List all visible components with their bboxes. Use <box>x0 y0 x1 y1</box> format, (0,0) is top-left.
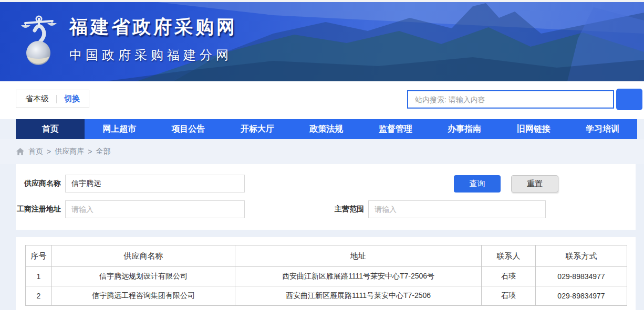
cell-address: 西安曲江新区雁展路1111号莱安中心T7-2506号 <box>235 267 482 286</box>
region-label: 省本级 <box>25 94 49 104</box>
cell-contact-phone: 029-89834977 <box>536 267 627 286</box>
cell-supplier-name[interactable]: 信宇腾远工程咨询集团有限公司 <box>52 286 235 306</box>
supplier-name-input[interactable] <box>65 175 245 193</box>
cell-index: 1 <box>26 267 52 286</box>
scales-globe-icon <box>19 12 59 66</box>
cell-index: 2 <box>26 286 52 306</box>
table-row: 2 信宇腾远工程咨询集团有限公司 西安曲江新区雁展路1111号莱安中心T7-25… <box>26 286 627 306</box>
nav-item-project-notices[interactable]: 项目公告 <box>154 119 223 139</box>
site-search-button[interactable] <box>616 89 642 110</box>
site-title: 福建省政府采购网 <box>69 15 237 39</box>
site-header: 福建省政府采购网 中国政府采购福建分网 <box>0 2 644 81</box>
cell-address: 西安曲江新区雁展路1111号莱安中心T7-2506 <box>235 286 482 306</box>
col-header-contact-phone: 联系方式 <box>536 245 627 267</box>
breadcrumb-supplier-library[interactable]: 供应商库 <box>55 147 84 156</box>
query-button[interactable]: 查询 <box>454 175 501 193</box>
nav-item-training[interactable]: 学习培训 <box>568 119 637 139</box>
cell-contact-person: 石瑛 <box>482 267 536 286</box>
cell-supplier-name[interactable]: 信宇腾远规划设计有限公司 <box>52 267 235 286</box>
nav-item-supervision[interactable]: 监督管理 <box>361 119 430 139</box>
reset-button[interactable]: 重置 <box>511 175 558 193</box>
site-subtitle: 中国政府采购福建分网 <box>69 47 237 63</box>
main-business-label: 主营范围 <box>323 205 368 214</box>
supplier-table: 序号 供应商名称 地址 联系人 联系方式 1 信宇腾远规划设计有限公司 西安曲江… <box>25 245 627 306</box>
divider <box>56 95 57 103</box>
col-header-index: 序号 <box>26 245 52 267</box>
cell-contact-person: 石瑛 <box>482 286 536 306</box>
site-search <box>407 89 642 110</box>
nav-item-service-guide[interactable]: 办事指南 <box>430 119 499 139</box>
breadcrumb-home[interactable]: 首页 <box>28 147 43 156</box>
region-switch-link[interactable]: 切换 <box>64 94 80 104</box>
home-icon <box>16 148 24 155</box>
breadcrumb-separator: > <box>88 147 92 156</box>
col-header-contact-person: 联系人 <box>482 245 536 267</box>
nav-item-old-site-link[interactable]: 旧网链接 <box>499 119 568 139</box>
col-header-supplier-name: 供应商名称 <box>52 245 235 267</box>
cell-contact-phone: 029-89834977 <box>536 286 627 306</box>
nav-item-bid-opening-hall[interactable]: 开标大厅 <box>223 119 292 139</box>
breadcrumb-all: 全部 <box>96 147 110 156</box>
main-nav: 首页 网上超市 项目公告 开标大厅 政策法规 监督管理 办事指南 旧网链接 学习… <box>16 119 637 139</box>
supplier-filter-panel: 供应商名称 查询 重置 工商注册地址 主营范围 <box>16 164 636 230</box>
nav-item-policies[interactable]: 政策法规 <box>292 119 361 139</box>
section-gap <box>0 230 644 237</box>
breadcrumb: 首页 > 供应商库 > 全部 <box>0 139 644 164</box>
nav-item-online-mall[interactable]: 网上超市 <box>85 119 153 139</box>
table-header-row: 序号 供应商名称 地址 联系人 联系方式 <box>26 245 627 267</box>
table-row: 1 信宇腾远规划设计有限公司 西安曲江新区雁展路1111号莱安中心T7-2506… <box>26 267 627 286</box>
registered-address-label: 工商注册地址 <box>16 205 65 214</box>
breadcrumb-separator: > <box>47 147 51 156</box>
site-search-input[interactable] <box>407 90 614 109</box>
region-selector: 省本级 切换 <box>16 90 89 108</box>
toolbar: 省本级 切换 <box>0 81 644 119</box>
nav-item-home[interactable]: 首页 <box>16 119 85 139</box>
main-business-input[interactable] <box>368 200 546 218</box>
registered-address-input[interactable] <box>65 200 245 218</box>
supplier-name-label: 供应商名称 <box>16 179 65 188</box>
col-header-address: 地址 <box>235 245 482 267</box>
supplier-results-panel: 序号 供应商名称 地址 联系人 联系方式 1 信宇腾远规划设计有限公司 西安曲江… <box>16 237 636 310</box>
